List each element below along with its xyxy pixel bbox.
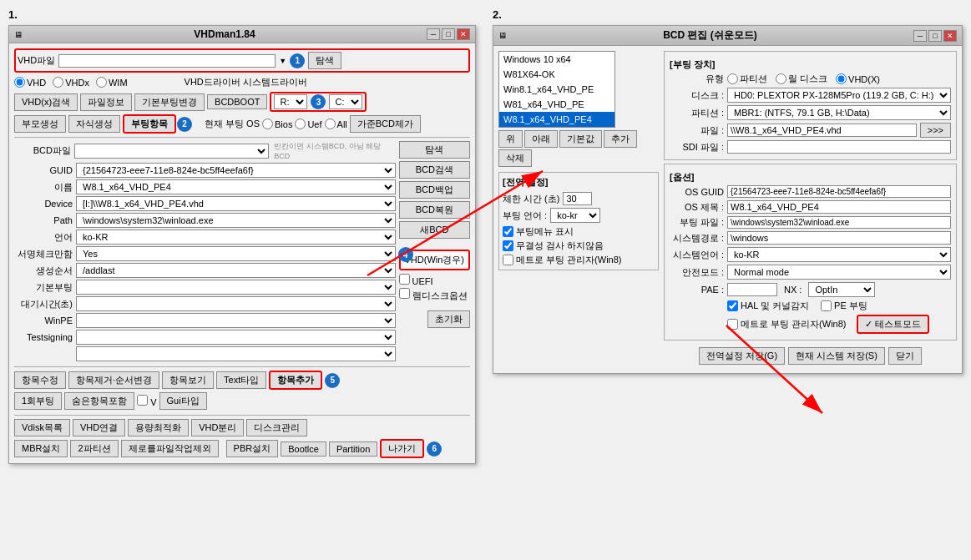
hidden-items-btn[interactable]: 숨은항목포함 <box>64 392 134 410</box>
vhd-scan-btn[interactable]: VHD(x)검색 <box>14 93 78 111</box>
boot-lang-select[interactable]: ko-kr <box>550 208 600 223</box>
two-partition-btn[interactable]: 2파티션 <box>70 440 118 457</box>
basic-boot-btn[interactable]: 기본부팅변경 <box>134 93 205 111</box>
boot-gen-btn[interactable]: 부모생성 <box>14 115 66 133</box>
item-view-btn[interactable]: 항목보기 <box>162 371 214 389</box>
pe-boot-cb[interactable]: PE 부팅 <box>821 300 867 312</box>
item-remove-btn[interactable]: 항목제거·순서변경 <box>68 371 159 389</box>
bcd-file-select[interactable] <box>74 144 269 159</box>
pae-input[interactable] <box>727 283 777 296</box>
timeout-input[interactable] <box>76 296 396 311</box>
add-btn[interactable]: 추가 <box>604 130 637 148</box>
bcd-search-btn[interactable]: BCD검색 <box>399 161 471 179</box>
hal-check-cb[interactable]: HAL 및 커널감지 <box>727 300 809 312</box>
delete-btn[interactable]: 삭제 <box>498 149 532 167</box>
text-type-btn[interactable]: Text타입 <box>216 371 266 389</box>
close-btn[interactable]: ✕ <box>457 28 470 40</box>
winpe-input[interactable] <box>76 313 396 328</box>
right-minimize-btn[interactable]: ─ <box>913 30 927 42</box>
right-close-btn[interactable]: ✕ <box>943 30 957 42</box>
current-save-btn[interactable]: 현재 시스템 저장(S) <box>788 347 885 365</box>
reset-btn[interactable]: 초기화 <box>427 310 470 328</box>
down-btn[interactable]: 아래 <box>524 130 558 148</box>
v-checkbox[interactable]: V <box>137 395 156 407</box>
all-radio[interactable]: All <box>325 119 347 129</box>
close-dialog-btn[interactable]: 닫기 <box>888 347 922 365</box>
test-mode-btn[interactable]: ✓ 테스트모드 <box>857 315 929 334</box>
extra-input[interactable] <box>76 346 396 361</box>
boot-list-item-0[interactable]: Windows 10 x64 <box>499 52 614 67</box>
timeout-right-input[interactable]: 30 <box>563 192 592 205</box>
vdisk-btn[interactable]: Vdisk목록 <box>14 419 70 436</box>
r-drive-select[interactable]: R: <box>274 94 307 109</box>
capacity-btn[interactable]: 용량최적화 <box>128 419 189 436</box>
metro-manager-cb[interactable]: 메트로 부팅 관리자(Win8) <box>503 254 655 266</box>
guid-input[interactable]: {21564723-eee7-11e8-824e-bc5ff4eefa6f} <box>76 163 396 178</box>
partition-btn[interactable]: Partition <box>329 441 377 457</box>
file-exclude-btn[interactable]: 제로를파일작업제외 <box>121 440 219 457</box>
show-boot-menu-cb[interactable]: 부팅메뉴 표시 <box>503 225 655 238</box>
vhd-detach-btn[interactable]: VHD분리 <box>191 419 244 436</box>
path-input[interactable]: \windows\system32\winload.exe <box>76 213 396 228</box>
file-info-btn[interactable]: 파일정보 <box>80 93 132 111</box>
minimize-btn[interactable]: ─ <box>427 28 440 40</box>
vhd-connect-btn[interactable]: VHD연결 <box>73 419 125 436</box>
right-maximize-btn[interactable]: □ <box>928 30 942 42</box>
maximize-btn[interactable]: □ <box>442 28 455 40</box>
remove-old-bcd-btn[interactable]: 가준BCD제가 <box>350 115 421 133</box>
testsigning-input[interactable] <box>76 330 396 345</box>
disk-mgmt-btn[interactable]: 디스크관리 <box>246 419 307 436</box>
metro-manager-cb2[interactable]: 메트로 부팅 관리자(Win8) <box>727 318 847 330</box>
vhd-file-input[interactable]: I:\W8.1_x64_VHD_PE4.vhd <box>58 54 276 68</box>
boot-list-item-1[interactable]: W81X64-OK <box>499 67 614 82</box>
file-input[interactable] <box>727 124 917 137</box>
item-edit-btn[interactable]: 항목수정 <box>14 371 66 389</box>
uefi-ramdisk-cb[interactable]: UEFI <box>399 276 433 286</box>
mem-test-cb[interactable]: 무결성 검사 하지않음 <box>503 240 655 252</box>
mbr-btn[interactable]: MBR설치 <box>14 440 68 457</box>
default-boot-input[interactable] <box>76 280 396 295</box>
sys-path-input[interactable] <box>727 231 951 245</box>
lang-input[interactable]: ko-KR <box>76 230 396 245</box>
c-drive-select[interactable]: C: <box>329 94 362 109</box>
browse-btn[interactable]: 탐색 <box>308 52 341 69</box>
bcd-backup-btn[interactable]: BCD백업 <box>399 181 471 199</box>
default-val-btn[interactable]: 기본값 <box>559 130 602 148</box>
sdi-input[interactable] <box>727 140 951 154</box>
new-bcd-btn[interactable]: 새BCD <box>399 221 471 239</box>
device-input[interactable]: [I:]\\W8.1_x64_VHD_PE4.vhd <box>76 196 396 211</box>
browse-bcd-btn[interactable]: 탐색 <box>399 141 471 159</box>
boot-list-item-4[interactable]: W8.1_x64_VHD_PE4 <box>499 112 614 127</box>
partition-select[interactable]: MBR1: (NTFS, 79.1 GB, H:\Data) <box>727 105 951 120</box>
sys-lang-select[interactable]: ko-KR <box>727 247 951 262</box>
bcd-restore-btn[interactable]: BCD복원 <box>399 201 471 219</box>
disk-select[interactable]: HD0: PLEXTOR PX-128M5Pro (119.2 GB, C: H… <box>727 88 951 103</box>
boot-file-input[interactable] <box>727 216 951 229</box>
uefi-radio[interactable]: Uef <box>295 119 321 129</box>
os-type-input[interactable] <box>727 200 951 214</box>
boot-list-item-3[interactable]: W81_x64_VHD_PE <box>499 97 614 112</box>
name-input[interactable]: W8.1_x64_VHD_PE4 <box>76 179 396 194</box>
bootice-btn[interactable]: Bootlce <box>281 441 326 457</box>
child-gen-btn[interactable]: 자식생성 <box>68 115 120 133</box>
vhd-radio[interactable]: VHD(X) <box>836 73 880 84</box>
os-guid-input[interactable] <box>727 185 951 198</box>
nx-select[interactable]: OptIn <box>808 282 875 297</box>
sig-check-input[interactable]: Yes <box>76 246 396 261</box>
safety-select[interactable]: Normal mode <box>727 265 951 280</box>
boot-list-item-2[interactable]: Win8.1_x64_VHD_PE <box>499 82 614 97</box>
file-browse-btn[interactable]: >>> <box>920 123 951 138</box>
partition-radio[interactable]: 파티션 <box>727 73 767 85</box>
once-boot-btn[interactable]: 1회부팅 <box>14 392 62 410</box>
gui-type-btn[interactable]: Gui타입 <box>159 392 207 410</box>
real-disk-radio[interactable]: 릴 디스크 <box>776 73 827 85</box>
radio-vhdx[interactable]: VHDx <box>53 77 89 88</box>
item-add-btn[interactable]: 항목추가 <box>269 371 322 390</box>
radio-vhd[interactable]: VHD <box>14 77 46 88</box>
pbr-btn[interactable]: PBR설치 <box>226 440 279 457</box>
global-save-btn[interactable]: 전역설정 저장(G) <box>699 347 785 365</box>
boot-item-btn[interactable]: 부팅항목 <box>123 114 176 134</box>
radio-wim[interactable]: WIM <box>96 77 128 88</box>
bios-radio[interactable]: Bios <box>262 119 292 129</box>
boot-order-input[interactable]: /addlast <box>76 263 396 278</box>
